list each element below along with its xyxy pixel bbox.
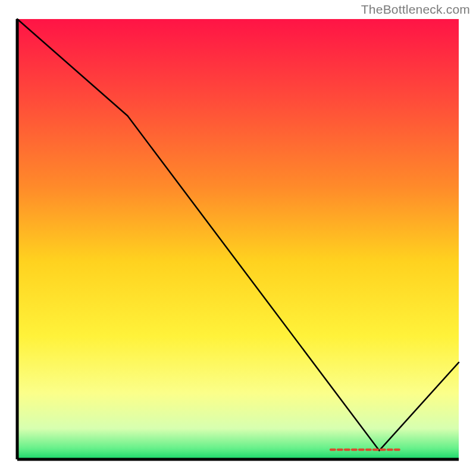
gradient-background	[17, 19, 459, 459]
plot-area	[17, 19, 459, 459]
bottleneck-chart	[0, 0, 476, 476]
watermark-text: TheBottleneck.com	[361, 2, 470, 17]
chart-container: TheBottleneck.com	[0, 0, 476, 476]
